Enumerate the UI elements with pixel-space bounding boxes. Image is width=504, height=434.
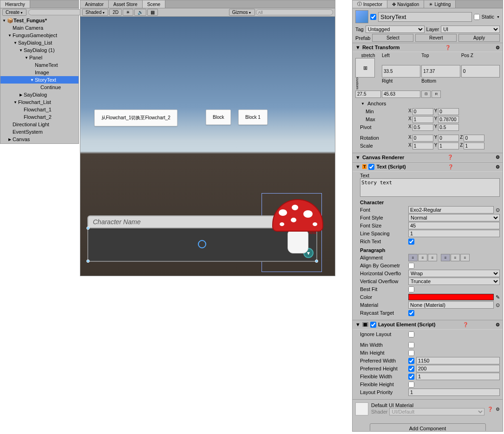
flex-height-checkbox[interactable] [408, 382, 414, 388]
gear-icon[interactable]: ⚙ [496, 164, 500, 169]
rotation-z[interactable] [464, 135, 484, 142]
raw-edit-icon[interactable]: R [432, 91, 441, 98]
pref-width-checkbox[interactable] [408, 358, 414, 364]
object-picker-icon[interactable]: ⊙ [496, 207, 500, 213]
scene-search[interactable] [256, 9, 333, 15]
node-canvas[interactable]: ▶Canvas [0, 136, 79, 143]
layout-priority-field[interactable] [408, 389, 500, 396]
align-left-icon[interactable]: ≡ [408, 254, 418, 261]
scene-root[interactable]: ▼📦Test_Fungus* [0, 17, 79, 24]
rect-bottom[interactable] [382, 91, 420, 98]
node-flowchart-list[interactable]: ▼Flowchart_List [0, 98, 79, 106]
navigation-tab[interactable]: ✥ Navigation [387, 0, 424, 8]
canvas-renderer-header[interactable]: ▼Canvas Renderer❓⚙ [353, 153, 503, 162]
blueprint-icon[interactable]: ⊡ [421, 91, 431, 98]
scene-tab[interactable]: Scene [143, 0, 165, 8]
audio-icon[interactable]: 🔊 [134, 9, 146, 16]
node-panel[interactable]: ▼Panel [0, 54, 79, 61]
rect-left[interactable] [382, 65, 420, 78]
pivot-gizmo[interactable] [198, 240, 206, 248]
scale-y[interactable] [438, 143, 459, 149]
animator-tab[interactable]: Animator [80, 0, 109, 8]
min-height-checkbox[interactable] [408, 350, 414, 356]
scale-x[interactable] [412, 143, 433, 149]
line-spacing-field[interactable] [408, 230, 500, 237]
rect-posz[interactable] [461, 65, 500, 78]
block-item-1[interactable]: Block 1 [238, 110, 268, 125]
asset-store-tab[interactable]: Asset Store [109, 0, 143, 8]
h-overflow-dropdown[interactable]: Wrap [408, 270, 500, 277]
font-style-dropdown[interactable]: Normal [408, 214, 500, 221]
color-swatch[interactable] [408, 294, 494, 300]
flex-width-field[interactable] [416, 373, 500, 380]
pref-width-field[interactable] [416, 357, 500, 364]
create-button[interactable]: Create▼ [2, 9, 26, 16]
text-textarea[interactable]: Story text [360, 178, 500, 197]
pivot-x[interactable] [412, 124, 433, 131]
add-component-button[interactable]: Add Component [370, 423, 486, 431]
align-top-icon[interactable]: ≡ [441, 254, 450, 261]
gameobject-name-field[interactable] [378, 12, 472, 22]
align-right-icon[interactable]: ≡ [428, 254, 437, 261]
node-eventsystem[interactable]: EventSystem [0, 128, 79, 136]
rect-right[interactable] [355, 91, 381, 98]
text-enabled-checkbox[interactable] [368, 164, 374, 170]
gear-icon[interactable]: ⚙ [496, 155, 500, 160]
align-geometry-checkbox[interactable] [408, 263, 414, 269]
v-overflow-dropdown[interactable]: Truncate [408, 278, 500, 285]
help-icon[interactable]: ❓ [445, 45, 451, 50]
layout-enabled-checkbox[interactable] [370, 322, 376, 328]
hierarchy-tab[interactable]: Hierarchy [0, 0, 30, 8]
node-nametext[interactable]: NameText [0, 61, 79, 69]
eyedropper-icon[interactable]: ✎ [496, 294, 500, 300]
node-fungus-gameobject[interactable]: ▼FungusGameobject [0, 32, 79, 39]
prefab-select-button[interactable]: Select [372, 34, 413, 42]
node-saydialog-1[interactable]: ▼SayDialog (1) [0, 46, 79, 54]
node-directional-light[interactable]: Directional Light [0, 121, 79, 128]
font-size-field[interactable] [408, 222, 500, 229]
anchor-max-x[interactable] [412, 116, 433, 123]
rotation-y[interactable] [438, 135, 459, 142]
font-field[interactable] [408, 206, 494, 214]
node-continue[interactable]: Continue [0, 84, 79, 91]
active-checkbox[interactable] [370, 14, 376, 20]
node-storytext[interactable]: ▼StoryText [0, 76, 79, 84]
prefab-revert-button[interactable]: Revert [415, 34, 457, 42]
block-item[interactable]: Block [206, 110, 231, 125]
align-center-icon[interactable]: ≡ [418, 254, 427, 261]
flex-width-checkbox[interactable] [408, 374, 414, 380]
anchors-label[interactable]: Anchors [367, 101, 386, 106]
gear-icon[interactable]: ⚙ [496, 322, 500, 327]
layout-element-header[interactable]: ▼▦Layout Element (Script)❓⚙ [353, 320, 503, 330]
node-saydialog-list[interactable]: ▼SayDialog_List [0, 39, 79, 46]
ignore-layout-checkbox[interactable] [408, 331, 414, 337]
anchor-max-y[interactable] [438, 116, 459, 123]
node-flowchart-2[interactable]: Flowchart_2 [0, 113, 79, 121]
lighting-tab[interactable]: ☀ Lighting [424, 0, 456, 8]
scale-z[interactable] [464, 143, 484, 149]
align-middle-icon[interactable]: ≡ [451, 254, 460, 261]
prefab-apply-button[interactable]: Apply [458, 34, 500, 42]
rotation-x[interactable] [412, 135, 433, 142]
rich-text-checkbox[interactable] [408, 239, 414, 245]
object-picker-icon[interactable]: ⊙ [496, 302, 500, 308]
block-switch-flowchart[interactable]: 从Flowchart_1切换至Flowchart_2 [94, 110, 177, 126]
node-saydialog[interactable]: ▶SayDialog [0, 91, 79, 98]
rect-transform-header[interactable]: ▼Rect Transform❓⚙ [353, 43, 503, 52]
rect-top[interactable] [421, 65, 460, 78]
light-icon[interactable]: ☀ [123, 9, 133, 16]
material-field[interactable] [408, 301, 494, 309]
shaded-dropdown[interactable]: Shaded▼ [82, 9, 108, 16]
raycast-checkbox[interactable] [408, 310, 414, 316]
node-flowchart-1[interactable]: Flowchart_1 [0, 106, 79, 113]
tag-dropdown[interactable]: Untagged [366, 26, 425, 33]
help-icon[interactable]: ❓ [447, 155, 453, 160]
align-bottom-icon[interactable]: ≡ [460, 254, 470, 261]
best-fit-checkbox[interactable] [408, 286, 414, 292]
anchor-min-x[interactable] [412, 108, 433, 115]
node-main-camera[interactable]: Main Camera [0, 24, 79, 32]
gear-icon[interactable]: ⚙ [496, 45, 500, 50]
2d-toggle[interactable]: 2D [109, 9, 122, 16]
anchor-preset-button[interactable]: ⊞ [355, 58, 375, 78]
gear-icon[interactable]: ⚙ [496, 407, 500, 412]
